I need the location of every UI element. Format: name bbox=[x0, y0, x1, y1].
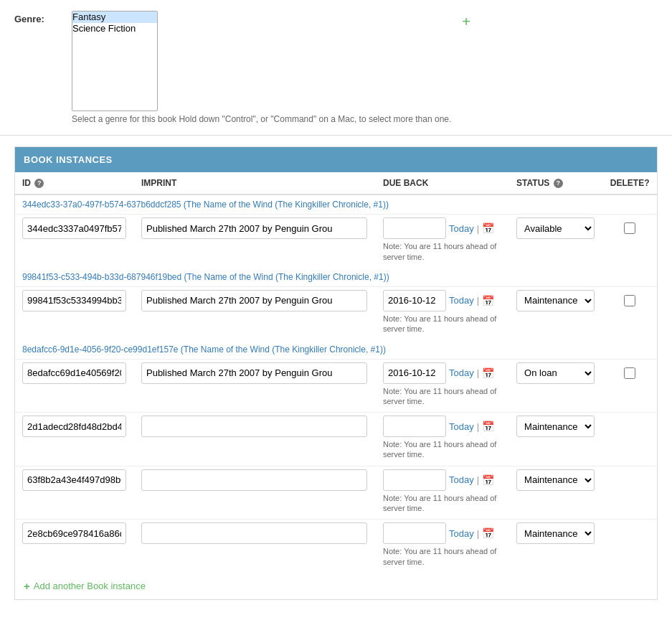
instance-status-select[interactable]: AvailableMaintenanceOn loanReserved bbox=[516, 290, 595, 311]
instance-status-select[interactable]: AvailableMaintenanceOn loanReserved bbox=[516, 469, 595, 491]
today-link[interactable]: Today bbox=[449, 295, 474, 306]
instance-delete-checkbox[interactable] bbox=[624, 222, 635, 234]
instance-id-cell bbox=[15, 215, 134, 268]
instance-group-link[interactable]: 344edc33-37a0-497f-b574-637b6ddcf285 (Th… bbox=[22, 200, 389, 210]
today-link[interactable]: Today bbox=[449, 421, 474, 432]
today-link[interactable]: Today bbox=[449, 223, 474, 234]
genre-select-wrap: Fantasy Science Fiction Select a genre f… bbox=[72, 11, 451, 124]
date-separator: | bbox=[477, 528, 479, 539]
instance-imprint-input[interactable] bbox=[141, 362, 367, 384]
th-status: STATUS ? bbox=[509, 172, 603, 194]
instance-delete-cell bbox=[603, 359, 657, 413]
instance-group-label-row: 8edafcc6-9d1e-4056-9f20-ce99d1ef157e (Th… bbox=[15, 340, 657, 360]
instance-due-back-cell: Today|📅Note: You are 11 hours ahead of s… bbox=[376, 286, 509, 339]
instance-label-text: 99841f53-c533-494b-b33d-687946f19bed (Th… bbox=[15, 268, 657, 287]
genre-label: Genre: bbox=[14, 11, 57, 24]
instance-delete-checkbox[interactable] bbox=[624, 367, 635, 379]
instance-id-cell bbox=[15, 413, 134, 466]
genre-right: Fantasy Science Fiction Select a genre f… bbox=[72, 11, 474, 124]
instances-table: ID ? IMPRINT DUE BACK STATUS ? DELETE? 3… bbox=[15, 172, 657, 573]
instance-delete-cell bbox=[603, 466, 657, 520]
instance-id-input[interactable] bbox=[22, 362, 126, 384]
today-link[interactable]: Today bbox=[449, 528, 474, 539]
instance-due-back-cell: Today|📅Note: You are 11 hours ahead of s… bbox=[376, 413, 509, 466]
instance-imprint-cell bbox=[134, 520, 376, 573]
genre-option-scifi[interactable]: Science Fiction bbox=[72, 23, 157, 34]
server-time-note: Note: You are 11 hours ahead of server t… bbox=[383, 493, 502, 514]
instance-group-label-row: 99841f53-c533-494b-b33d-687946f19bed (Th… bbox=[15, 268, 657, 287]
instance-id-input[interactable] bbox=[22, 469, 126, 491]
instance-id-input[interactable] bbox=[22, 290, 126, 311]
instance-status-cell: AvailableMaintenanceOn loanReserved bbox=[509, 466, 603, 520]
instance-delete-cell bbox=[603, 215, 657, 268]
instance-imprint-input[interactable] bbox=[141, 217, 367, 239]
instance-group-link[interactable]: 8edafcc6-9d1e-4056-9f20-ce99d1ef157e (Th… bbox=[22, 344, 386, 355]
instance-status-cell: AvailableMaintenanceOn loanReserved bbox=[509, 520, 603, 573]
book-instances-header: BOOK INSTANCES bbox=[15, 147, 657, 172]
calendar-icon[interactable]: 📅 bbox=[482, 222, 494, 234]
instance-imprint-input[interactable] bbox=[141, 522, 367, 544]
instance-id-input[interactable] bbox=[22, 522, 126, 544]
add-instance-label: Add another Book instance bbox=[34, 581, 146, 591]
table-row: Today|📅Note: You are 11 hours ahead of s… bbox=[15, 286, 657, 339]
instance-imprint-input[interactable] bbox=[141, 469, 367, 491]
status-info-icon: ? bbox=[554, 179, 563, 188]
instance-id-cell bbox=[15, 520, 134, 573]
instance-date-input[interactable] bbox=[383, 522, 446, 544]
instance-imprint-cell bbox=[134, 286, 376, 339]
instance-status-select[interactable]: AvailableMaintenanceOn loanReserved bbox=[516, 522, 595, 544]
instance-imprint-input[interactable] bbox=[141, 416, 367, 437]
instance-delete-checkbox[interactable] bbox=[624, 295, 635, 306]
genre-option-fantasy[interactable]: Fantasy bbox=[72, 11, 157, 23]
instance-delete-cell bbox=[603, 286, 657, 339]
instance-imprint-input[interactable] bbox=[141, 290, 367, 311]
instance-status-select[interactable]: AvailableMaintenanceOn loanReserved bbox=[516, 217, 595, 239]
instance-due-back-cell: Today|📅Note: You are 11 hours ahead of s… bbox=[376, 520, 509, 573]
date-separator: | bbox=[477, 421, 479, 432]
date-separator: | bbox=[477, 367, 479, 378]
table-row: Today|📅Note: You are 11 hours ahead of s… bbox=[15, 520, 657, 573]
instance-due-back-cell: Today|📅Note: You are 11 hours ahead of s… bbox=[376, 215, 509, 268]
th-id: ID ? bbox=[15, 172, 134, 194]
calendar-icon[interactable]: 📅 bbox=[482, 527, 494, 539]
date-separator: | bbox=[477, 223, 479, 234]
instance-date-input[interactable] bbox=[383, 290, 446, 311]
instance-imprint-cell bbox=[134, 359, 376, 413]
instance-date-input[interactable] bbox=[383, 217, 446, 239]
server-time-note: Note: You are 11 hours ahead of server t… bbox=[383, 546, 502, 567]
calendar-icon[interactable]: 📅 bbox=[482, 474, 494, 486]
today-link[interactable]: Today bbox=[449, 367, 474, 378]
table-row: Today|📅Note: You are 11 hours ahead of s… bbox=[15, 466, 657, 520]
instance-status-cell: AvailableMaintenanceOn loanReserved bbox=[509, 286, 603, 339]
date-separator: | bbox=[477, 295, 479, 306]
today-link[interactable]: Today bbox=[449, 474, 474, 485]
instance-date-input[interactable] bbox=[383, 469, 446, 491]
instance-status-select[interactable]: AvailableMaintenanceOn loanReserved bbox=[516, 416, 595, 437]
instance-id-input[interactable] bbox=[22, 416, 126, 437]
genre-select[interactable]: Fantasy Science Fiction bbox=[72, 11, 158, 111]
th-imprint: IMPRINT bbox=[134, 172, 376, 194]
table-row: Today|📅Note: You are 11 hours ahead of s… bbox=[15, 359, 657, 413]
instance-due-back-cell: Today|📅Note: You are 11 hours ahead of s… bbox=[376, 466, 509, 520]
genre-add-button[interactable]: + bbox=[458, 14, 474, 30]
calendar-icon[interactable]: 📅 bbox=[482, 421, 494, 432]
instance-group-label-row: 344edc33-37a0-497f-b574-637b6ddcf285 (Th… bbox=[15, 194, 657, 215]
table-header-row: ID ? IMPRINT DUE BACK STATUS ? DELETE? bbox=[15, 172, 657, 194]
th-due-back: DUE BACK bbox=[376, 172, 509, 194]
instance-imprint-cell bbox=[134, 413, 376, 466]
th-delete: DELETE? bbox=[603, 172, 657, 194]
add-instance-link[interactable]: + Add another Book instance bbox=[15, 573, 154, 599]
instance-id-cell bbox=[15, 466, 134, 520]
instance-date-input[interactable] bbox=[383, 416, 446, 437]
book-instances-section: BOOK INSTANCES ID ? IMPRINT DUE BACK STA… bbox=[14, 146, 658, 600]
date-separator: | bbox=[477, 474, 479, 485]
calendar-icon[interactable]: 📅 bbox=[482, 295, 494, 306]
table-row: Today|📅Note: You are 11 hours ahead of s… bbox=[15, 215, 657, 268]
instance-group-link[interactable]: 99841f53-c533-494b-b33d-687946f19bed (Th… bbox=[22, 272, 389, 282]
instance-status-select[interactable]: AvailableMaintenanceOn loanReserved bbox=[516, 362, 595, 384]
instance-id-input[interactable] bbox=[22, 217, 126, 239]
instance-delete-cell bbox=[603, 520, 657, 573]
instance-delete-cell bbox=[603, 413, 657, 466]
calendar-icon[interactable]: 📅 bbox=[482, 367, 494, 379]
instance-date-input[interactable] bbox=[383, 362, 446, 384]
